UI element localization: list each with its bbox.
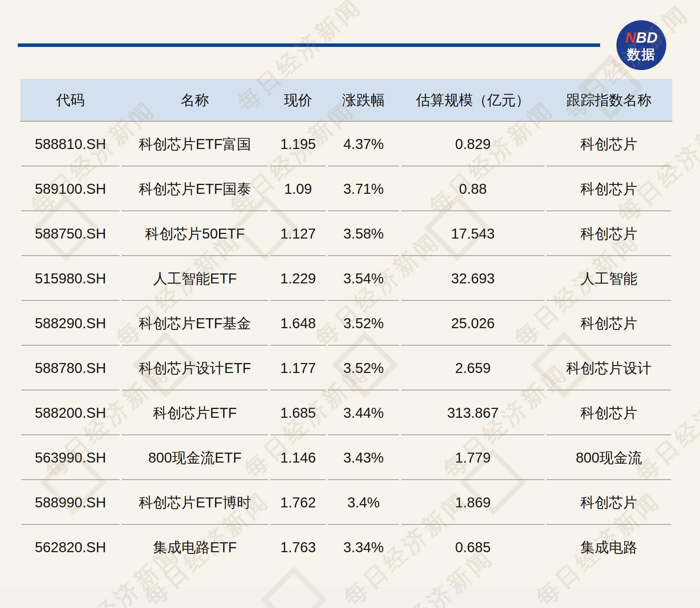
table-header-row: 代码 名称 现价 涨跌幅 估算规模（亿元） 跟踪指数名称	[20, 79, 672, 122]
cell-code: 562820.SH	[20, 525, 121, 570]
cell-scale: 313.867	[400, 390, 546, 435]
cell-index: 800现金流	[546, 435, 672, 480]
cell-index: 科创芯片	[546, 480, 672, 525]
cell-price: 1.762	[269, 480, 327, 525]
table-row: 589100.SH 科创芯片ETF国泰 1.09 3.71% 0.88 科创芯片	[20, 166, 672, 211]
cell-index: 科创芯片	[546, 122, 672, 166]
cell-scale: 1.779	[400, 435, 546, 480]
footer-band	[0, 586, 700, 608]
top-accent-line	[18, 43, 600, 47]
cell-name: 集成电路ETF	[121, 525, 269, 570]
cell-change: 3.54%	[327, 256, 400, 301]
cell-price: 1.195	[269, 122, 327, 166]
cell-code: 588780.SH	[20, 346, 121, 390]
cell-name: 科创芯片ETF国泰	[121, 166, 269, 211]
cell-price: 1.127	[269, 211, 327, 256]
cell-scale: 25.026	[400, 301, 546, 346]
cell-price: 1.09	[269, 166, 327, 211]
cell-change: 3.44%	[327, 390, 400, 435]
cell-index: 集成电路	[546, 525, 672, 570]
cell-scale: 2.659	[400, 346, 546, 390]
table-row: 588200.SH 科创芯片ETF 1.685 3.44% 313.867 科创…	[20, 390, 672, 435]
cell-change: 3.34%	[327, 525, 400, 570]
cell-name: 科创芯片50ETF	[121, 211, 269, 256]
cell-index: 人工智能	[546, 256, 672, 301]
column-header-change: 涨跌幅	[327, 79, 400, 121]
cell-index: 科创芯片	[546, 211, 672, 256]
cell-scale: 0.88	[400, 166, 546, 211]
table-row: 588990.SH 科创芯片ETF博时 1.762 3.4% 1.869 科创芯…	[20, 480, 672, 525]
cell-price: 1.177	[269, 346, 327, 390]
cell-change: 3.52%	[327, 301, 400, 346]
table-row: 588810.SH 科创芯片ETF富国 1.195 4.37% 0.829 科创…	[20, 122, 672, 166]
cell-name: 800现金流ETF	[121, 435, 269, 480]
table-row: 588780.SH 科创芯片设计ETF 1.177 3.52% 2.659 科创…	[20, 346, 672, 390]
cell-code: 563990.SH	[20, 435, 121, 480]
column-header-scale: 估算规模（亿元）	[400, 79, 546, 121]
cell-price: 1.763	[269, 525, 327, 570]
cell-code: 589100.SH	[20, 166, 121, 211]
cell-name: 科创芯片设计ETF	[121, 346, 269, 390]
cell-change: 3.52%	[327, 346, 400, 390]
cell-code: 588290.SH	[20, 301, 121, 346]
column-header-index: 跟踪指数名称	[546, 79, 672, 121]
cell-scale: 32.693	[400, 256, 546, 301]
cell-code: 588810.SH	[20, 122, 121, 166]
cell-price: 1.146	[269, 435, 327, 480]
cell-index: 科创芯片	[546, 301, 672, 346]
cell-change: 3.43%	[327, 435, 400, 480]
table-row: 515980.SH 人工智能ETF 1.229 3.54% 32.693 人工智…	[20, 256, 672, 301]
cell-name: 人工智能ETF	[121, 256, 269, 301]
cell-price: 1.648	[269, 301, 327, 346]
nbd-logo-text: NBD	[625, 30, 657, 45]
cell-scale: 0.685	[400, 525, 546, 570]
nbd-logo-n: N	[625, 29, 636, 46]
cell-index: 科创芯片	[546, 166, 672, 211]
cell-name: 科创芯片ETF博时	[121, 480, 269, 525]
column-header-name: 名称	[121, 79, 269, 121]
cell-index: 科创芯片	[546, 390, 672, 435]
cell-code: 588200.SH	[20, 390, 121, 435]
table-body: 588810.SH 科创芯片ETF富国 1.195 4.37% 0.829 科创…	[20, 122, 672, 570]
cell-code: 588990.SH	[20, 480, 121, 525]
etf-table: 代码 名称 现价 涨跌幅 估算规模（亿元） 跟踪指数名称 588810.SH 科…	[20, 79, 672, 570]
cell-scale: 1.869	[400, 480, 546, 525]
cell-change: 4.37%	[327, 122, 400, 166]
nbd-logo-subtext: 数据	[627, 48, 656, 61]
table-row: 562820.SH 集成电路ETF 1.763 3.34% 0.685 集成电路	[20, 525, 672, 570]
page-root: { "page": { "background": "#f7f2ea", "fo…	[0, 0, 700, 608]
cell-price: 1.685	[269, 390, 327, 435]
table-row: 588750.SH 科创芯片50ETF 1.127 3.58% 17.543 科…	[20, 211, 672, 256]
cell-code: 515980.SH	[20, 256, 121, 301]
cell-name: 科创芯片ETF基金	[121, 301, 269, 346]
table-row: 563990.SH 800现金流ETF 1.146 3.43% 1.779 80…	[20, 435, 672, 480]
cell-change: 3.71%	[327, 166, 400, 211]
cell-price: 1.229	[269, 256, 327, 301]
cell-change: 3.58%	[327, 211, 400, 256]
cell-code: 588750.SH	[20, 211, 121, 256]
column-header-price: 现价	[269, 79, 327, 121]
cell-scale: 0.829	[400, 122, 546, 166]
cell-name: 科创芯片ETF富国	[121, 122, 269, 166]
column-header-code: 代码	[20, 79, 121, 121]
cell-change: 3.4%	[327, 480, 400, 525]
cell-name: 科创芯片ETF	[121, 390, 269, 435]
nbd-logo: NBD 数据	[616, 20, 666, 70]
cell-index: 科创芯片设计	[546, 346, 672, 390]
table-row: 588290.SH 科创芯片ETF基金 1.648 3.52% 25.026 科…	[20, 301, 672, 346]
cell-scale: 17.543	[400, 211, 546, 256]
nbd-logo-bd: BD	[636, 29, 658, 46]
